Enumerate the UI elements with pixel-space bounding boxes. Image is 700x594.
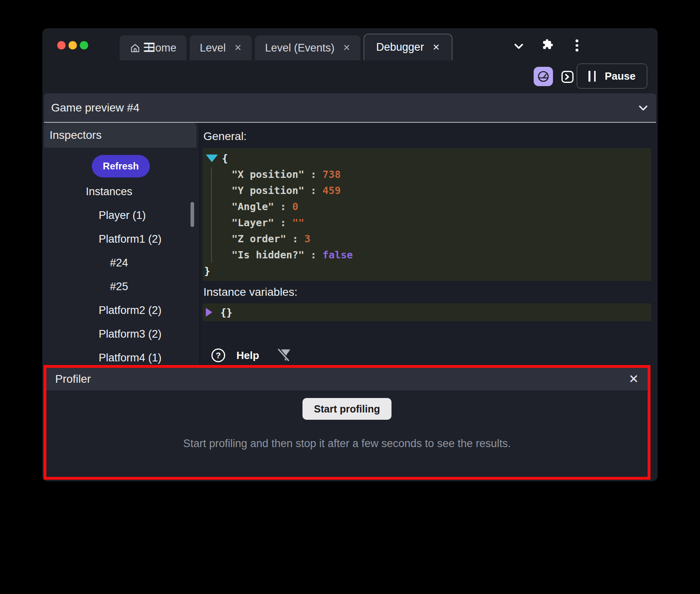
property-key: "Z order" [232, 233, 286, 245]
property-key: "Is hidden?" [232, 249, 304, 261]
close-tab-icon[interactable]: ✕ [343, 43, 350, 53]
property-key: "Layer" [232, 217, 274, 229]
json-property-angle: "Angle" : 0 [203, 198, 651, 214]
debugger-toolbar: Pause [42, 60, 658, 93]
traffic-lights [57, 41, 88, 50]
indent-guide [211, 167, 212, 262]
titlebar: HomeLevel✕Level (Events)✕Debugger✕ [42, 28, 658, 60]
json-property-is-hidden: "Is hidden?" : false [203, 247, 651, 263]
collapse-chevron-icon[interactable] [637, 101, 650, 114]
tree-item-platform2-2[interactable]: Platform2 (2) [42, 299, 199, 322]
close-window-button[interactable] [57, 41, 66, 50]
json-close-row: } [203, 263, 651, 279]
json-property-z-order: "Z order" : 3 [203, 231, 651, 247]
json-properties: "X position" : 738"Y position" : 459"Ang… [203, 166, 651, 263]
help-label[interactable]: Help [236, 349, 259, 362]
json-root-row: { [203, 150, 651, 166]
home-icon [130, 43, 141, 54]
profiler-header: Profiler ✕ [46, 368, 648, 390]
tree-item-platform4-1[interactable]: Platform4 (1) [42, 346, 199, 365]
general-json-view: { "X position" : 738"Y position" : 459"A… [203, 148, 651, 281]
property-separator: : [304, 169, 323, 180]
collapse-triangle-icon[interactable] [206, 155, 218, 162]
inspector-panel: General: { "X position" : 738"Y position… [200, 123, 658, 365]
profiler-title: Profiler [55, 373, 91, 386]
sidebar-scrollbar-thumb[interactable] [191, 202, 194, 227]
property-key: "X position" [232, 169, 304, 180]
property-value: 459 [323, 185, 341, 196]
close-profiler-icon[interactable]: ✕ [629, 373, 639, 385]
property-value: "" [292, 217, 304, 229]
tab-debugger[interactable]: Debugger✕ [364, 34, 452, 60]
tab-bar: HomeLevel✕Level (Events)✕Debugger✕ [120, 28, 452, 60]
maximize-window-button[interactable] [80, 41, 88, 50]
property-value: 3 [304, 233, 311, 245]
game-preview-title: Game preview #4 [51, 101, 139, 114]
property-separator: : [304, 185, 323, 196]
tab-label: Level [200, 42, 226, 54]
svg-text:?: ? [216, 351, 221, 360]
profiler-toggle-button[interactable] [534, 67, 553, 86]
expand-triangle-icon[interactable] [206, 308, 212, 317]
property-separator: : [286, 233, 304, 245]
help-icon[interactable]: ? [211, 348, 226, 363]
screen: HomeLevel✕Level (Events)✕Debugger✕ [0, 0, 700, 594]
tree-item-platform1-2[interactable]: Platform1 (2) [42, 227, 199, 251]
instance-variables-view: {} [203, 303, 651, 321]
console-icon [560, 70, 575, 84]
property-value: 0 [292, 201, 298, 212]
console-button[interactable] [560, 70, 575, 84]
profiler-description: Start profiling and then stop it after a… [46, 437, 648, 450]
json-property-x-position: "X position" : 738 [203, 166, 651, 182]
variables-value: {} [220, 307, 232, 318]
property-value: 738 [323, 169, 341, 180]
start-profiling-button[interactable]: Start profiling [302, 398, 392, 420]
more-options-icon[interactable] [576, 39, 578, 54]
menu-icon[interactable] [144, 43, 155, 52]
close-tab-icon[interactable]: ✕ [234, 43, 242, 53]
gauge-icon [537, 70, 550, 83]
json-property-y-position: "Y position" : 459 [203, 182, 651, 198]
json-property-layer: "Layer" : "" [203, 214, 651, 231]
inspectors-sidebar: Inspectors Refresh InstancesPlayer (1)Pl… [42, 123, 200, 365]
pin-off-icon[interactable] [276, 347, 293, 364]
pause-button[interactable]: Pause [577, 64, 647, 89]
tab-label: Debugger [376, 41, 424, 54]
content-area: Inspectors Refresh InstancesPlayer (1)Pl… [42, 123, 658, 365]
tree-item-24[interactable]: #24 [42, 251, 199, 275]
tree-item-player-1[interactable]: Player (1) [42, 204, 199, 227]
general-label: General: [203, 131, 651, 142]
tree-item-25[interactable]: #25 [42, 275, 199, 299]
tab-level-events[interactable]: Level (Events)✕ [255, 35, 360, 60]
property-separator: : [274, 201, 292, 212]
json-open-brace: { [222, 153, 228, 164]
refresh-button[interactable]: Refresh [92, 155, 149, 177]
game-preview-header[interactable]: Game preview #4 [44, 93, 656, 123]
property-separator: : [304, 249, 323, 261]
app-window: HomeLevel✕Level (Events)✕Debugger✕ [42, 28, 658, 481]
extensions-puzzle-icon[interactable] [542, 39, 553, 50]
instances-tree: InstancesPlayer (1)Platform1 (2)#24#25Pl… [42, 180, 199, 365]
property-separator: : [274, 217, 292, 229]
json-close-brace: } [204, 265, 210, 277]
inspectors-header: Inspectors [44, 123, 197, 148]
tree-item-instances[interactable]: Instances [42, 180, 199, 204]
property-key: "Angle" [232, 201, 274, 212]
chevron-down-icon[interactable] [513, 40, 525, 52]
property-key: "Y position" [232, 185, 304, 196]
instance-variables-label: Instance variables: [203, 287, 651, 298]
help-row: ? Help [203, 347, 651, 364]
tab-label: Level (Events) [265, 42, 335, 54]
inspectors-title: Inspectors [50, 129, 101, 142]
pause-icon [588, 71, 596, 82]
close-tab-icon[interactable]: ✕ [433, 42, 440, 53]
minimize-window-button[interactable] [68, 41, 77, 50]
profiler-panel: Profiler ✕ Start profiling Start profili… [43, 365, 650, 480]
tree-item-platform3-2[interactable]: Platform3 (2) [42, 322, 199, 346]
pause-label: Pause [605, 70, 636, 82]
profiler-body: Start profiling Start profiling and then… [46, 390, 648, 450]
property-value: false [323, 249, 353, 261]
tab-level[interactable]: Level✕ [190, 35, 252, 60]
